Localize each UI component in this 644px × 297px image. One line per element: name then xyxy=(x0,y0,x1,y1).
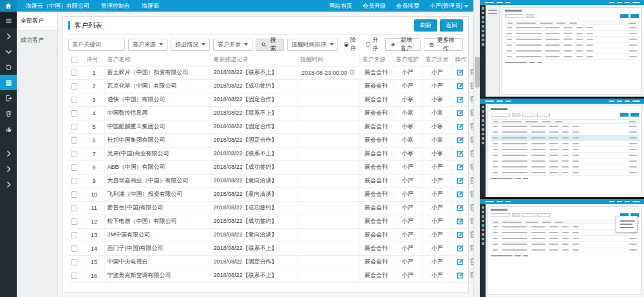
row-checkbox[interactable] xyxy=(71,191,77,198)
chevron-down-icon[interactable] xyxy=(0,44,17,59)
trash-icon[interactable] xyxy=(469,231,473,240)
logout-icon[interactable] xyxy=(0,90,17,106)
list-icon[interactable] xyxy=(0,75,17,90)
row-checkbox[interactable] xyxy=(71,245,77,252)
navbar-left: 淘屏云（中国）有限公司 管理控制台 淘屏商 xyxy=(26,2,159,10)
row-checkbox[interactable] xyxy=(71,97,77,103)
source-select[interactable]: 客户来源 xyxy=(128,39,167,51)
chevron-right-icon[interactable] xyxy=(0,177,17,192)
cell-remind-time xyxy=(298,215,359,228)
chevron-right-icon[interactable] xyxy=(0,146,17,161)
navbar-shop[interactable]: 淘屏商 xyxy=(142,2,159,10)
edit-icon[interactable] xyxy=(457,163,464,172)
row-checkbox[interactable] xyxy=(71,273,77,279)
back-button[interactable]: 返回 xyxy=(440,19,463,32)
row-checkbox[interactable] xyxy=(71,151,77,157)
cell-no: 9 xyxy=(84,174,104,187)
add-customer-button[interactable]: +新增客户 xyxy=(385,38,421,51)
preview-thumbnail-3[interactable] xyxy=(480,199,644,297)
row-checkbox[interactable] xyxy=(71,259,77,265)
trash-icon[interactable] xyxy=(469,217,473,226)
edit-icon[interactable] xyxy=(457,244,464,253)
thumbs-up-icon[interactable] xyxy=(0,121,17,137)
edit-icon[interactable] xyxy=(457,149,464,158)
trash-icon[interactable] xyxy=(469,177,473,186)
row-checkbox[interactable] xyxy=(71,83,77,90)
sidebar-item-all-customers[interactable]: 全部客户 xyxy=(17,12,57,31)
edit-icon[interactable] xyxy=(457,271,464,280)
sort-field-select[interactable]: 提醒时间排序 xyxy=(287,39,338,51)
row-checkbox[interactable] xyxy=(71,232,77,238)
search-button[interactable]: 搜索 xyxy=(256,39,284,51)
row-checkbox[interactable] xyxy=(71,137,77,144)
table-row: 15中国中央电视台2018/08/22【固定合作】展会会刊小严小严 xyxy=(68,255,473,269)
row-checkbox[interactable] xyxy=(71,70,77,76)
trash-icon[interactable] xyxy=(469,204,473,213)
preview-thumbnail-1[interactable] xyxy=(480,0,644,97)
menu-icon[interactable] xyxy=(0,13,17,28)
sort-desc-label: 降序 xyxy=(350,36,360,53)
navbar-member-upgrade[interactable]: 会员升级 xyxy=(363,2,386,10)
home-icon[interactable] xyxy=(0,0,17,12)
trash-icon[interactable] xyxy=(469,149,473,158)
edit-icon[interactable] xyxy=(457,122,464,131)
trash-icon[interactable] xyxy=(469,68,473,77)
cell-keeper: 小寒 xyxy=(393,133,422,147)
navbar-company[interactable]: 淘屏云（中国）有限公司 xyxy=(26,2,90,10)
edit-icon[interactable] xyxy=(457,190,464,199)
trash-icon[interactable] xyxy=(469,163,473,172)
navbar-member-renew[interactable]: 会员续费 xyxy=(396,2,419,10)
preview-thumbnail-2[interactable] xyxy=(480,99,644,197)
sidebar-item-success-customers[interactable]: 成功客户 xyxy=(17,31,57,50)
sort-asc-radio[interactable]: 升序 xyxy=(366,36,382,53)
trash-icon[interactable] xyxy=(469,136,473,145)
edit-icon[interactable] xyxy=(457,177,464,186)
edit-icon[interactable] xyxy=(457,136,464,145)
row-checkbox[interactable] xyxy=(71,164,77,171)
edit-icon[interactable] xyxy=(457,82,464,91)
vertical-scrollbar[interactable] xyxy=(473,0,480,297)
developer-select[interactable]: 客户开发 xyxy=(213,39,252,51)
cell-customer-name: 富士胶片（中国）投资有限公司 xyxy=(104,66,211,79)
navbar-site-home[interactable]: 网站首页 xyxy=(329,2,352,10)
cell-no: 7 xyxy=(84,147,104,160)
chevron-right-icon[interactable] xyxy=(0,161,17,177)
trash-icon[interactable] xyxy=(469,258,473,267)
chevron-right-icon[interactable] xyxy=(0,28,17,44)
trash-icon[interactable] xyxy=(469,122,473,131)
more-actions-button[interactable]: 更多操作 xyxy=(424,38,463,51)
trash-icon[interactable] xyxy=(469,244,473,253)
cell-remind-time xyxy=(298,120,359,133)
row-checkbox[interactable] xyxy=(71,124,77,130)
edit-icon[interactable] xyxy=(457,217,464,226)
select-all-checkbox[interactable] xyxy=(71,57,77,63)
navbar-user-menu[interactable]: 小严(管理员) xyxy=(430,2,468,10)
cell-keeper: 小寒 xyxy=(393,93,422,106)
followup-select[interactable]: 跟进情况 xyxy=(171,39,210,51)
row-checkbox[interactable] xyxy=(71,205,77,211)
navbar-console[interactable]: 管理控制台 xyxy=(101,2,130,10)
edit-icon[interactable] xyxy=(457,95,464,104)
cell-keeper: 小严 xyxy=(393,228,422,242)
table-row: 10飞利浦（中国）投资有限公司2018/08/22【意向洽谈】展会会刊小严小严 xyxy=(68,187,473,201)
edit-icon[interactable] xyxy=(457,231,464,240)
row-checkbox[interactable] xyxy=(71,178,77,184)
edit-icon[interactable] xyxy=(457,204,464,213)
row-checkbox[interactable] xyxy=(71,110,77,117)
keyword-input[interactable] xyxy=(68,39,125,51)
trash-icon[interactable] xyxy=(0,106,17,121)
trash-icon[interactable] xyxy=(469,82,473,91)
sort-desc-radio[interactable]: 降序 xyxy=(344,36,360,53)
scrollbar-thumb[interactable] xyxy=(475,57,480,88)
trash-icon[interactable] xyxy=(469,109,473,118)
edit-icon[interactable] xyxy=(457,68,464,77)
edit-icon[interactable] xyxy=(457,258,464,267)
trash-icon[interactable] xyxy=(469,190,473,199)
row-checkbox[interactable] xyxy=(71,218,77,225)
trash-icon[interactable] xyxy=(469,95,473,104)
navbar-username: 小严(管理员) xyxy=(430,3,462,9)
edit-icon[interactable] xyxy=(457,109,464,118)
trash-icon[interactable] xyxy=(469,271,473,280)
refresh-button[interactable]: 刷新 xyxy=(414,19,437,32)
history-icon[interactable] xyxy=(0,59,17,75)
